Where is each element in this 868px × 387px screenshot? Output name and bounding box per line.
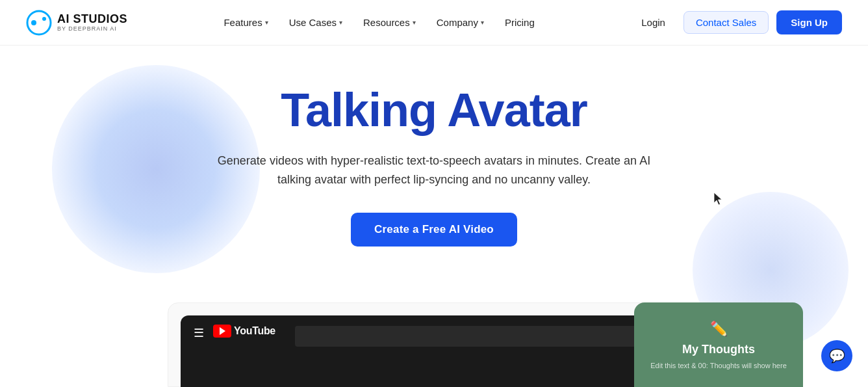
chevron-down-icon: ▾ xyxy=(339,19,342,26)
youtube-logo: YouTube xyxy=(213,325,275,338)
my-thoughts-card: ✏️ My Thoughts Edit this text & 00: Thou… xyxy=(634,302,803,387)
nav-actions: Login Contact Sales Sign Up xyxy=(631,10,842,34)
nav-features-label: Features xyxy=(223,17,262,28)
logo-text: AI STUDIOS BY DEEPBRAIN AI xyxy=(57,13,127,32)
my-thoughts-title: My Thoughts xyxy=(682,343,755,356)
chat-bubble-button[interactable]: 💬 xyxy=(821,340,852,371)
hero-subtitle: Generate videos with hyper-realistic tex… xyxy=(207,152,661,189)
nav-resources-label: Resources xyxy=(363,17,410,28)
nav-company-label: Company xyxy=(437,17,478,28)
nav-pricing-label: Pricing xyxy=(505,17,535,28)
chevron-down-icon: ▾ xyxy=(413,19,416,26)
brand-sub: BY DEEPBRAIN AI xyxy=(57,26,127,32)
login-button[interactable]: Login xyxy=(631,12,676,33)
chevron-down-icon: ▾ xyxy=(265,19,268,26)
create-free-video-button[interactable]: Create a Free AI Video xyxy=(351,213,517,247)
logo[interactable]: AI STUDIOS BY DEEPBRAIN AI xyxy=(26,10,127,36)
play-triangle xyxy=(220,327,225,335)
logo-icon xyxy=(26,10,52,36)
hero-title: Talking Avatar xyxy=(13,85,855,136)
nav-use-cases[interactable]: Use Cases ▾ xyxy=(280,12,351,33)
youtube-text: YouTube xyxy=(234,325,275,337)
hero-section: Talking Avatar Generate videos with hype… xyxy=(0,46,868,387)
navbar: AI STUDIOS BY DEEPBRAIN AI Features ▾ Us… xyxy=(0,0,868,46)
nav-resources[interactable]: Resources ▾ xyxy=(354,12,425,33)
youtube-preview-bar: ☰ YouTube ✕ xyxy=(181,315,687,387)
hero-content: Talking Avatar Generate videos with hype… xyxy=(13,85,855,247)
hamburger-icon[interactable]: ☰ xyxy=(194,326,204,340)
signup-button[interactable]: Sign Up xyxy=(776,10,842,34)
brand-name: AI STUDIOS xyxy=(57,13,127,25)
contact-sales-button[interactable]: Contact Sales xyxy=(683,11,769,34)
my-thoughts-subtitle: Edit this text & 00: Thoughts will show … xyxy=(644,362,793,369)
nav-links: Features ▾ Use Cases ▾ Resources ▾ Compa… xyxy=(214,12,543,33)
youtube-search-bar[interactable] xyxy=(295,326,646,347)
nav-use-cases-label: Use Cases xyxy=(289,17,337,28)
svg-point-2 xyxy=(42,17,46,21)
svg-point-1 xyxy=(31,20,36,25)
nav-company[interactable]: Company ▾ xyxy=(428,12,493,33)
chevron-down-icon: ▾ xyxy=(481,19,484,26)
youtube-play-icon xyxy=(213,325,231,338)
svg-point-0 xyxy=(27,11,51,34)
nav-features[interactable]: Features ▾ xyxy=(214,12,277,33)
nav-pricing[interactable]: Pricing xyxy=(496,12,544,33)
chat-icon: 💬 xyxy=(829,348,845,364)
pencil-icon: ✏️ xyxy=(710,321,728,338)
